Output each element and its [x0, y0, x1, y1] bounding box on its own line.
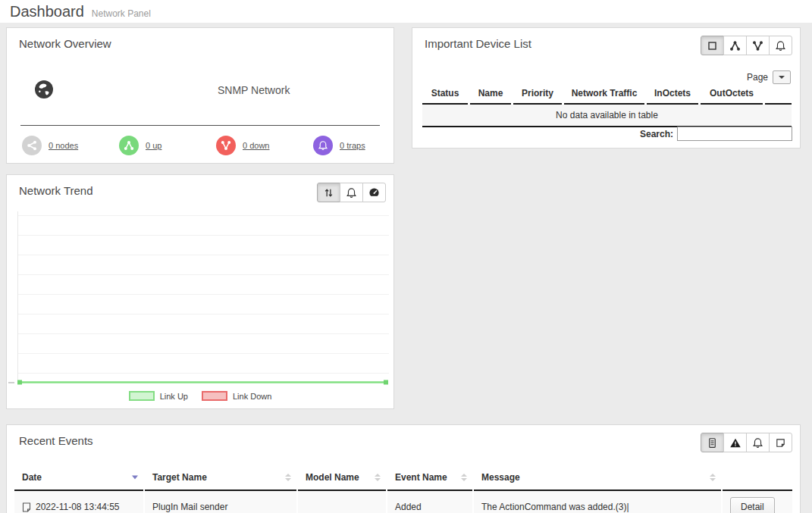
- col-actions: [765, 84, 792, 105]
- event-action-cell: Detail: [723, 491, 792, 513]
- event-name-cell: Added: [387, 491, 472, 513]
- event-note-icon: [22, 502, 36, 512]
- sort-icon: [461, 474, 467, 481]
- empty-table-message: No data available in table: [422, 105, 792, 127]
- overview-stats: 0 nodes 0 up 0 down: [22, 136, 410, 155]
- col-date[interactable]: Date: [14, 465, 143, 491]
- stat-nodes: 0 nodes: [22, 136, 119, 155]
- sort-icon: [285, 474, 291, 481]
- bell-button[interactable]: [340, 183, 363, 202]
- device-table: Status Name Priority Network Traffic InO…: [420, 84, 792, 127]
- chart-legend: Link Up Link Down: [7, 391, 393, 401]
- legend-label: Link Up: [160, 392, 188, 401]
- important-device-list-panel: Important Device List: [412, 27, 801, 149]
- col-outoctets[interactable]: OutOctets: [701, 84, 763, 105]
- traps-count-link[interactable]: 0 traps: [340, 141, 365, 150]
- page-selector-row: Page: [747, 70, 791, 84]
- page-title: Dashboard: [10, 3, 84, 20]
- bell-icon: [313, 136, 333, 155]
- event-date-cell: 2022-11-08 13:44:55: [14, 491, 143, 513]
- col-network-traffic[interactable]: Network Traffic: [564, 84, 644, 105]
- y-axis-tick: [8, 382, 14, 383]
- link-down-swatch-icon: [202, 391, 227, 401]
- trend-chart: [17, 211, 389, 387]
- share-nodes-icon: [22, 136, 42, 155]
- col-event-name[interactable]: Event Name: [387, 465, 472, 491]
- note-icon: [775, 437, 786, 449]
- bell-icon: [775, 40, 786, 52]
- legend-item-link-up[interactable]: Link Up: [129, 391, 188, 401]
- events-table: Date Target Name Model Name Event Name: [13, 465, 794, 513]
- network-overview-panel: Network Overview SNMP Network 0 nodes: [6, 27, 394, 164]
- stat-down: 0 down: [216, 136, 313, 155]
- col-message[interactable]: Message: [474, 465, 721, 491]
- device-list-toolbar: [701, 36, 792, 55]
- legend-label: Link Down: [233, 392, 271, 401]
- network-trend-panel: Network Trend: [6, 174, 394, 409]
- stat-traps: 0 traps: [313, 136, 410, 155]
- col-priority[interactable]: Priority: [513, 84, 562, 105]
- nodes-count-link[interactable]: 0 nodes: [49, 141, 78, 150]
- search-row: Search:: [640, 127, 792, 141]
- square-icon: [707, 40, 718, 52]
- sort-desc-icon: [132, 476, 138, 480]
- col-action: [723, 465, 792, 491]
- col-inoctets[interactable]: InOctets: [647, 84, 698, 105]
- globe-icon: [34, 80, 54, 99]
- event-row: 2022-11-08 13:44:55 PlugIn Mail sender A…: [14, 491, 792, 513]
- col-model-name[interactable]: Model Name: [298, 465, 386, 491]
- panel-title: Recent Events: [19, 434, 93, 447]
- search-input[interactable]: [677, 127, 792, 141]
- dropdown-arrow-icon: [779, 76, 785, 79]
- share-down-filter-button[interactable]: [746, 36, 770, 55]
- notes-button[interactable]: [769, 433, 792, 452]
- panel-title: Network Overview: [19, 37, 111, 50]
- page-subtitle: Network Panel: [92, 5, 151, 19]
- detail-button[interactable]: Detail: [730, 497, 775, 513]
- share-up-icon: [119, 136, 139, 155]
- document-icon: [707, 437, 718, 449]
- bell-icon: [346, 187, 357, 199]
- divider: [20, 125, 380, 126]
- bell-icon: [752, 437, 763, 449]
- search-label: Search:: [640, 129, 673, 139]
- event-message-cell: The ActionCommand was added.(3)|: [474, 491, 721, 513]
- share-down-icon: [216, 136, 236, 155]
- event-target-cell: PlugIn Mail sender: [145, 491, 296, 513]
- warning-icon: [729, 437, 741, 449]
- events-toolbar: [701, 433, 792, 452]
- share-up-icon: [729, 40, 741, 52]
- sort-icon: [375, 474, 381, 481]
- share-down-icon: [752, 40, 763, 52]
- panel-title: Network Trend: [19, 184, 93, 197]
- traps-button[interactable]: [746, 433, 770, 452]
- gauge-icon: [368, 187, 380, 199]
- app-header: Dashboard Network Panel: [0, 0, 812, 23]
- sort-updown-icon: [323, 187, 334, 199]
- trend-toolbar: [317, 183, 386, 202]
- alerts-button[interactable]: [723, 433, 747, 452]
- recent-events-panel: Recent Events: [6, 424, 801, 513]
- col-name[interactable]: Name: [470, 84, 511, 105]
- share-up-filter-button[interactable]: [723, 36, 747, 55]
- gauge-button[interactable]: [362, 183, 386, 202]
- sort-updown-button[interactable]: [317, 183, 340, 202]
- panel-title: Important Device List: [425, 37, 531, 50]
- link-up-swatch-icon: [129, 391, 155, 401]
- page-label: Page: [747, 72, 768, 83]
- down-count-link[interactable]: 0 down: [243, 141, 269, 150]
- stat-up: 0 up: [119, 136, 216, 155]
- legend-item-link-down[interactable]: Link Down: [202, 391, 271, 401]
- event-model-cell: [298, 491, 386, 513]
- up-count-link[interactable]: 0 up: [146, 141, 161, 150]
- col-target-name[interactable]: Target Name: [145, 465, 296, 491]
- sort-icon: [710, 474, 716, 481]
- col-status[interactable]: Status: [422, 84, 468, 105]
- bell-filter-button[interactable]: [769, 36, 792, 55]
- network-name-label: SNMP Network: [218, 84, 290, 96]
- square-filter-button[interactable]: [701, 36, 724, 55]
- page-select[interactable]: [773, 70, 791, 84]
- events-log-button[interactable]: [701, 433, 724, 452]
